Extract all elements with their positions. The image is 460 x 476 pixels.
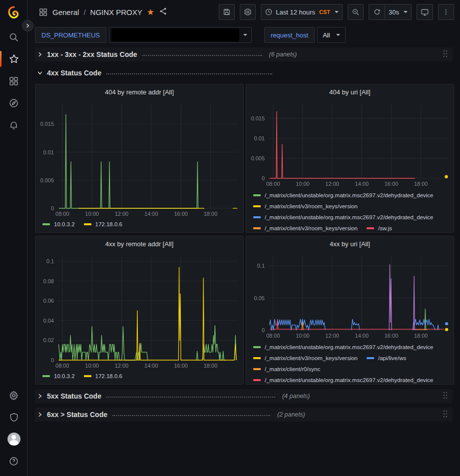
zoom-out-icon — [352, 8, 360, 16]
row-title: 6xx > Status Code — [47, 411, 107, 419]
dashboard-variables: DS_PROMETHEUS request_host All — [27, 24, 460, 46]
monitor-icon — [421, 8, 429, 16]
svg-text:0: 0 — [51, 357, 54, 363]
chevron-down-icon — [335, 11, 339, 13]
legend-item[interactable]: /api/live/ws — [367, 354, 406, 362]
timeseries-chart[interactable]: 08:0010:0012:0014:0016:0018:0000.050.1 — [246, 252, 454, 340]
timeseries-chart[interactable]: 08:0010:0012:0014:0016:0018:0000.020.040… — [35, 252, 243, 370]
dashboard-settings-button[interactable] — [240, 4, 256, 20]
dashboard-row-1xx-3xx-2xx[interactable]: 1xx - 3xx - 2xx Status Code (6 panels) — [35, 47, 453, 61]
dashboard-row-4xx[interactable]: 4xx Status Code — [35, 66, 453, 80]
dashboard-row-5xx[interactable]: 5xx Status Code (4 panels) — [35, 389, 453, 403]
kebab-menu-icon — [443, 8, 450, 16]
row-drag-handle[interactable] — [440, 48, 451, 61]
svg-text:0: 0 — [262, 327, 265, 333]
legend-item[interactable]: 10.0.3.2 — [42, 372, 75, 380]
sidebar-item-alerting[interactable] — [0, 114, 27, 136]
legend-item[interactable]: 172.18.0.6 — [84, 372, 122, 380]
time-range-label: Last 12 hours — [276, 8, 315, 16]
sidebar-expand-button[interactable] — [22, 20, 33, 31]
save-dashboard-button[interactable] — [219, 4, 235, 20]
timeseries-chart[interactable]: 08:0010:0012:0014:0016:0018:0000.0050.01… — [246, 100, 454, 188]
panel-title[interactable]: 4xx by remote addr [All] — [35, 236, 243, 252]
legend-item[interactable]: /_matrix/client/r0/sync — [253, 365, 320, 373]
refresh-button[interactable] — [369, 4, 385, 20]
legend-item[interactable]: /sw.js — [367, 224, 392, 232]
svg-text:0.08: 0.08 — [43, 278, 54, 284]
legend-label: /_matrix/client/v3/room_keys/version — [265, 203, 358, 209]
svg-text:18:00: 18:00 — [204, 363, 218, 369]
legend-item[interactable]: /_matrix/client/v3/room_keys/version — [253, 202, 358, 210]
svg-text:10:00: 10:00 — [85, 363, 99, 369]
time-range-picker[interactable]: Last 12 hours CST — [261, 4, 343, 20]
svg-text:08:00: 08:00 — [55, 211, 69, 217]
sidebar-item-help[interactable] — [0, 450, 27, 472]
legend-swatch — [367, 357, 374, 359]
legend-swatch — [367, 227, 374, 229]
refresh-icon — [373, 8, 381, 16]
panel-legend: /_matrix/client/unstable/org.matrix.msc2… — [246, 188, 454, 232]
sidebar-item-profile[interactable] — [0, 428, 27, 450]
row-drag-handle[interactable] — [440, 390, 451, 403]
row-panel-count: (4 panels) — [282, 393, 310, 400]
svg-text:12:00: 12:00 — [325, 333, 339, 339]
svg-text:08:00: 08:00 — [55, 363, 69, 369]
more-options-button[interactable] — [438, 4, 454, 20]
share-button[interactable] — [159, 7, 167, 17]
svg-text:16:00: 16:00 — [385, 181, 399, 187]
svg-text:0.06: 0.06 — [43, 298, 54, 304]
sidebar-item-explore[interactable] — [0, 92, 27, 114]
svg-text:0.04: 0.04 — [43, 318, 54, 324]
cycle-view-mode-button[interactable] — [417, 4, 433, 20]
chevron-right-icon — [25, 23, 30, 28]
legend-item[interactable]: /_matrix/client/v3/room_keys/version — [253, 224, 358, 232]
sidebar-item-configuration[interactable] — [0, 384, 27, 406]
svg-text:10:00: 10:00 — [85, 211, 99, 217]
panel-title[interactable]: 4xx by uri [All] — [246, 236, 454, 252]
svg-text:14:00: 14:00 — [144, 363, 158, 369]
row-drag-handle[interactable] — [440, 408, 451, 422]
legend-label: 10.0.3.2 — [54, 373, 75, 379]
breadcrumb-divider: / — [83, 8, 85, 16]
sidebar-item-starred[interactable] — [0, 48, 27, 70]
svg-text:08:00: 08:00 — [266, 333, 280, 339]
legend-item[interactable]: /_matrix/client/unstable/org.matrix.msc2… — [253, 376, 434, 384]
request-host-variable-label: request_host — [264, 27, 315, 43]
legend-item[interactable]: 172.18.0.6 — [84, 220, 122, 228]
legend-item[interactable]: /_matrix/client/unstable/org.matrix.msc2… — [253, 191, 434, 199]
header-toolbar: Last 12 hours CST 30s — [219, 4, 454, 20]
sidebar-item-dashboards[interactable] — [0, 70, 27, 92]
zoom-out-time-button[interactable] — [348, 4, 364, 20]
legend-item[interactable]: /_matrix/client/v3/room_keys/version — [253, 354, 358, 362]
legend-item[interactable]: /_matrix/client/unstable/org.matrix.msc2… — [253, 343, 434, 351]
panel-title[interactable]: 404 by remote addr [All] — [35, 84, 243, 100]
datasource-variable-dropdown[interactable] — [109, 27, 252, 43]
legend-swatch — [253, 205, 261, 207]
legend-label: /_matrix/client/r0/sync — [265, 366, 320, 372]
request-host-variable-dropdown[interactable]: All — [317, 27, 345, 43]
svg-text:12:00: 12:00 — [115, 211, 129, 217]
chevron-down-icon — [336, 34, 340, 36]
legend-label: /_matrix/client/v3/room_keys/version — [265, 225, 358, 231]
row-dots — [106, 393, 275, 398]
star-filled-icon[interactable]: ★ — [147, 8, 154, 16]
dashboard-row-6xx[interactable]: 6xx > Status Code (2 panels) — [35, 408, 453, 422]
breadcrumb-folder[interactable]: General — [52, 8, 79, 16]
active-indicator — [0, 51, 1, 67]
svg-text:0.005: 0.005 — [40, 177, 54, 183]
sidebar-item-server-admin[interactable] — [0, 406, 27, 428]
timeseries-chart[interactable]: 08:0010:0012:0014:0016:0018:0000.0050.01… — [35, 100, 243, 218]
breadcrumb: General / NGINX PROXY ★ — [38, 7, 167, 17]
refresh-interval-dropdown[interactable]: 30s — [385, 4, 412, 20]
search-icon — [8, 32, 19, 42]
row-dots — [142, 51, 262, 56]
row-dots — [112, 412, 270, 416]
chevron-right-icon — [37, 393, 43, 399]
share-icon — [159, 7, 167, 15]
panel-title[interactable]: 404 by uri [All] — [246, 84, 454, 100]
legend-item[interactable]: 10.0.3.2 — [42, 220, 75, 228]
breadcrumb-dashboard-title[interactable]: NGINX PROXY — [90, 8, 142, 16]
legend-item[interactable]: /_matrix/client/unstable/org.matrix.msc2… — [253, 213, 434, 221]
legend-swatch — [84, 223, 91, 225]
refresh-interval-label: 30s — [389, 8, 399, 16]
